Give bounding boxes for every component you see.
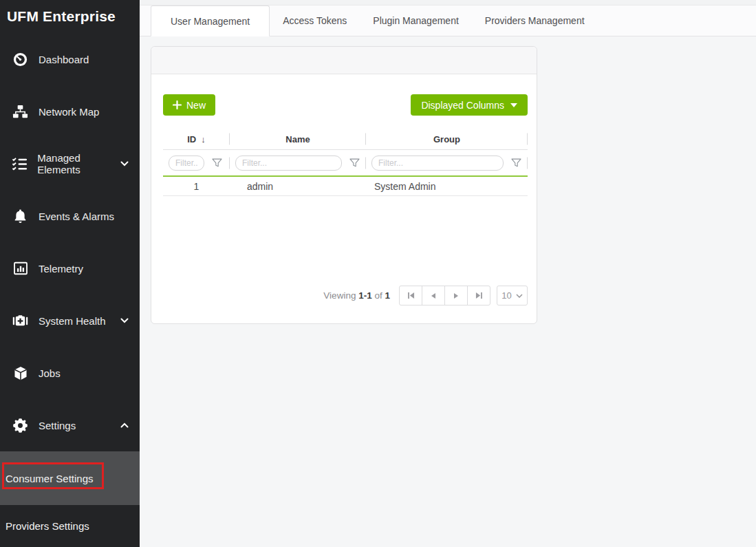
first-page-button[interactable]	[399, 286, 422, 305]
user-management-card: New Displayed Columns ID ↓	[151, 46, 537, 324]
system-health-icon	[11, 313, 30, 329]
sidebar-item-label: Telemetry	[39, 263, 83, 275]
group-filter-input[interactable]	[371, 155, 504, 171]
sidebar-subitem-providers-settings[interactable]: Providers Settings	[0, 505, 140, 547]
sidebar-item-managed-elements[interactable]: Managed Elements	[0, 138, 140, 190]
cell-id: 1	[163, 177, 230, 196]
sidebar-item-telemetry[interactable]: Telemetry	[0, 242, 140, 294]
viewing-total: 1	[385, 290, 390, 301]
cell-group: System Admin	[366, 177, 528, 196]
last-page-button[interactable]	[467, 286, 490, 305]
sidebar-item-label: Dashboard	[39, 54, 89, 65]
sidebar-item-settings[interactable]: Settings	[0, 399, 140, 451]
chevron-down-icon	[120, 318, 129, 323]
sidebar-nav: Dashboard Network Map Managed Elements E…	[0, 33, 140, 547]
sidebar-item-label: Jobs	[39, 367, 61, 379]
funnel-icon[interactable]	[511, 158, 521, 168]
next-page-button[interactable]	[444, 286, 468, 305]
gear-icon	[11, 418, 30, 433]
users-table: ID ↓ Name Group	[163, 129, 528, 196]
sidebar-item-dashboard[interactable]: Dashboard	[0, 33, 140, 85]
pagination: Viewing 1-1 of 1	[163, 286, 528, 305]
content: New Displayed Columns ID ↓	[140, 36, 756, 324]
chevron-down-icon	[120, 161, 129, 167]
last-page-icon	[475, 292, 483, 299]
caret-down-icon	[510, 103, 517, 107]
page-size-select[interactable]: 10	[497, 286, 528, 305]
main-area: User Management Access Tokens Plugin Man…	[140, 0, 756, 547]
pager-buttons	[399, 286, 490, 305]
tab-label: Plugin Management	[373, 15, 459, 26]
sidebar-item-events-alarms[interactable]: Events & Alarms	[0, 190, 140, 242]
page-size-value: 10	[501, 290, 511, 301]
table-filter-row	[163, 150, 528, 175]
app-title: UFM Enterprise	[0, 0, 140, 33]
managed-elements-icon	[11, 156, 28, 172]
sidebar: UFM Enterprise Dashboard Network Map Man…	[0, 0, 140, 547]
viewing-label: Viewing	[323, 290, 356, 301]
column-header-group[interactable]: Group	[366, 129, 528, 149]
new-button[interactable]: New	[163, 94, 215, 116]
sidebar-item-network-map[interactable]: Network Map	[0, 85, 140, 138]
column-label: Name	[285, 134, 310, 144]
column-header-id[interactable]: ID ↓	[163, 129, 230, 149]
sidebar-item-label: System Health	[39, 315, 106, 327]
viewing-range: 1-1	[358, 290, 372, 301]
bell-icon	[11, 208, 30, 224]
sidebar-item-label: Managed Elements	[37, 152, 120, 175]
tab-label: Access Tokens	[283, 15, 347, 26]
cell-name: admin	[230, 177, 366, 196]
top-strip	[140, 0, 756, 6]
sidebar-item-system-health[interactable]: System Health	[0, 294, 140, 347]
sidebar-item-label: Network Map	[39, 106, 99, 118]
filter-cell-group	[366, 150, 528, 175]
chevron-down-icon	[516, 294, 523, 298]
card-body: New Displayed Columns ID ↓	[151, 74, 537, 323]
id-filter-input[interactable]	[169, 155, 204, 171]
name-filter-input[interactable]	[235, 155, 342, 171]
sidebar-item-label: Events & Alarms	[39, 211, 114, 222]
plus-icon	[173, 100, 182, 109]
next-page-icon	[453, 293, 459, 299]
tab-access-tokens[interactable]: Access Tokens	[270, 6, 360, 36]
table-row[interactable]: 1 admin System Admin	[163, 177, 528, 196]
tab-bar: User Management Access Tokens Plugin Man…	[140, 6, 756, 36]
of-label: of	[374, 290, 382, 301]
column-header-name[interactable]: Name	[230, 129, 366, 149]
column-label: ID	[187, 134, 196, 144]
sidebar-item-jobs[interactable]: Jobs	[0, 347, 140, 399]
sidebar-subitem-label: Providers Settings	[6, 520, 89, 532]
tab-label: Providers Management	[485, 15, 585, 26]
column-label: Group	[433, 134, 460, 144]
displayed-columns-label: Displayed Columns	[421, 100, 504, 111]
prev-page-button[interactable]	[422, 286, 445, 305]
first-page-icon	[407, 292, 415, 299]
filter-cell-name	[230, 150, 366, 175]
cube-icon	[11, 365, 30, 381]
tab-label: User Management	[171, 16, 250, 27]
displayed-columns-button[interactable]: Displayed Columns	[411, 94, 528, 116]
new-button-label: New	[186, 100, 206, 111]
chevron-up-icon	[120, 422, 129, 428]
sidebar-subitem-label: Consumer Settings	[6, 473, 94, 484]
card-header	[151, 47, 537, 74]
funnel-icon[interactable]	[212, 158, 222, 168]
sidebar-item-label: Settings	[39, 420, 76, 431]
prev-page-icon	[431, 293, 436, 299]
table-header-row: ID ↓ Name Group	[163, 129, 528, 150]
telemetry-icon	[11, 261, 30, 276]
tab-plugin-management[interactable]: Plugin Management	[360, 6, 472, 36]
tab-user-management[interactable]: User Management	[151, 6, 270, 36]
dashboard-icon	[11, 52, 30, 67]
toolbar: New Displayed Columns	[163, 94, 528, 116]
network-map-icon	[11, 104, 30, 120]
tab-providers-management[interactable]: Providers Management	[472, 6, 598, 36]
viewing-status: Viewing 1-1 of 1	[323, 290, 390, 301]
filter-cell-id	[163, 150, 230, 175]
sort-desc-icon: ↓	[201, 134, 206, 144]
funnel-icon[interactable]	[349, 158, 360, 168]
sidebar-subitem-consumer-settings[interactable]: Consumer Settings	[0, 451, 140, 505]
